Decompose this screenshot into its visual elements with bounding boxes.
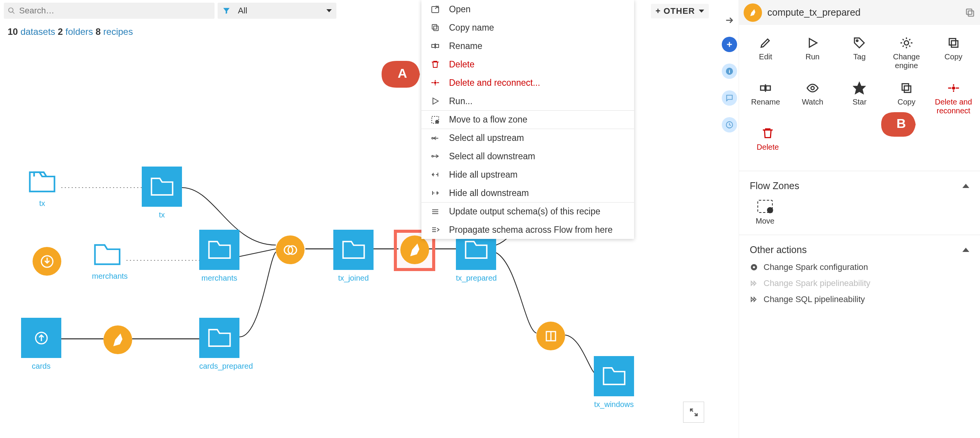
action-rename[interactable]: Rename — [747, 82, 785, 115]
actions-grid: Edit Run Tag Change engine Copy Rename W… — [739, 25, 980, 171]
arrow-right-icon[interactable] — [724, 15, 734, 25]
action-copy2[interactable]: Copy — [888, 82, 926, 115]
hide-up-icon — [431, 170, 440, 179]
node-merchants[interactable]: merchants — [199, 230, 239, 283]
other-actions-toggle[interactable]: Other actions — [750, 244, 969, 255]
action-delete-reconnect[interactable]: Delete and reconnect — [934, 82, 972, 115]
ctx-select-upstream[interactable]: Select all upstream — [421, 129, 634, 147]
other-spark-config[interactable]: Change Spark configuration — [750, 262, 969, 272]
ctx-open[interactable]: Open — [421, 0, 634, 18]
svg-rect-62 — [902, 84, 909, 90]
ctx-select-downstream[interactable]: Select all downstream — [421, 147, 634, 165]
context-menu[interactable]: Open Copy name Rename Delete Delete and … — [421, 0, 634, 239]
copy-icon[interactable] — [965, 7, 975, 18]
search-box[interactable] — [4, 3, 215, 19]
upload-icon — [34, 330, 49, 346]
recipe-join[interactable] — [276, 235, 305, 264]
filter-label: All — [235, 6, 326, 16]
info-button[interactable]: i — [722, 64, 737, 79]
history-button[interactable] — [722, 117, 737, 132]
trash-icon — [431, 60, 440, 69]
node-cards[interactable]: cards — [21, 318, 61, 371]
svg-marker-51 — [809, 39, 817, 47]
ctx-move-zone[interactable]: Move to a flow zone — [421, 110, 634, 129]
svg-rect-57 — [766, 86, 770, 90]
svg-rect-15 — [436, 44, 439, 47]
tag-icon — [853, 36, 866, 49]
rename-icon — [759, 82, 772, 95]
flow-zones-toggle[interactable]: Flow Zones — [750, 180, 969, 191]
node-tx-joined[interactable]: tx_joined — [333, 230, 374, 283]
folder-icon — [465, 239, 488, 260]
ctx-rename[interactable]: Rename — [421, 37, 634, 55]
folder-icon — [151, 176, 174, 197]
flow-canvas[interactable]: All 10 datasets 2 folders 8 recipes + OT… — [0, 0, 720, 438]
chevron-up-icon — [962, 184, 969, 188]
action-watch[interactable]: Watch — [794, 82, 832, 115]
gear-small-icon — [750, 263, 758, 271]
delete-reconnect-icon — [431, 78, 440, 87]
svg-marker-70 — [751, 281, 754, 286]
flow-zones-section: Flow Zones Move — [739, 171, 980, 235]
svg-rect-12 — [434, 26, 438, 31]
action-delete[interactable]: Delete — [747, 127, 789, 152]
svg-point-52 — [857, 40, 858, 41]
recipe-prepare-selected[interactable] — [400, 235, 429, 264]
node-tx[interactable]: tx — [142, 167, 182, 219]
copy-icon — [431, 23, 440, 32]
play-icon — [431, 96, 440, 106]
svg-rect-55 — [949, 39, 955, 45]
ctx-hide-upstream[interactable]: Hide all upstream — [421, 165, 634, 184]
node-merchants-ghost[interactable]: merchants — [92, 241, 128, 281]
svg-marker-72 — [751, 297, 754, 302]
node-cards-prepared[interactable]: cards_prepared — [199, 318, 253, 371]
action-edit[interactable]: Edit — [747, 36, 785, 70]
downstream-icon — [431, 152, 440, 161]
ctx-run[interactable]: Run... — [421, 92, 634, 110]
recipe-download[interactable] — [33, 247, 61, 276]
gear-icon — [900, 36, 913, 49]
svg-point-19 — [434, 82, 436, 83]
ctx-delete[interactable]: Delete — [421, 55, 634, 74]
action-change-engine[interactable]: Change engine — [888, 36, 926, 70]
propagate-icon — [431, 225, 440, 234]
svg-point-24 — [436, 120, 439, 123]
other-sql-pipeline[interactable]: Change SQL pipelineability — [750, 294, 969, 304]
svg-point-59 — [811, 87, 814, 90]
hide-down-icon — [431, 188, 440, 198]
search-input[interactable] — [19, 6, 211, 16]
node-tx-windows[interactable]: tx_windows — [594, 356, 634, 409]
action-run[interactable]: Run — [794, 36, 832, 70]
svg-marker-73 — [754, 297, 756, 302]
svg-point-0 — [9, 8, 13, 12]
pencil-icon — [759, 36, 772, 49]
filter-dropdown[interactable]: All — [218, 3, 336, 19]
action-tag[interactable]: Tag — [841, 36, 878, 70]
copy-icon — [900, 82, 913, 95]
recipe-prepare-cards[interactable] — [103, 325, 132, 354]
other-spark-pipeline[interactable]: Change Spark pipelineability — [750, 278, 969, 288]
folder-icon — [208, 327, 231, 348]
ctx-propagate-schema[interactable]: Propagate schema across Flow from here — [421, 221, 634, 239]
join-icon — [283, 242, 298, 258]
ctx-delete-reconnect[interactable]: Delete and reconnect... — [421, 74, 634, 92]
flow-zone-move[interactable]: Move — [750, 200, 780, 226]
action-star[interactable]: Star — [841, 82, 878, 115]
ctx-copy-name[interactable]: Copy name — [421, 18, 634, 37]
node-tx-ghost[interactable]: tx — [27, 168, 57, 208]
copy-icon — [947, 36, 960, 49]
other-chip[interactable]: + OTHER — [651, 4, 709, 18]
svg-text:i: i — [729, 69, 730, 74]
add-button[interactable] — [722, 37, 737, 52]
comment-button[interactable] — [722, 90, 737, 106]
ctx-update-schema[interactable]: Update output schema(s) of this recipe — [421, 202, 634, 221]
star-icon — [853, 82, 866, 95]
recipe-window[interactable] — [536, 322, 565, 350]
fullscreen-button[interactable] — [683, 402, 704, 423]
svg-point-53 — [904, 41, 908, 45]
play-icon — [806, 36, 819, 49]
ctx-hide-downstream[interactable]: Hide all downstream — [421, 184, 634, 202]
folder-icon — [29, 170, 56, 193]
other-actions-section: Other actions Change Spark configuration… — [739, 235, 980, 314]
action-copy[interactable]: Copy — [934, 36, 972, 70]
